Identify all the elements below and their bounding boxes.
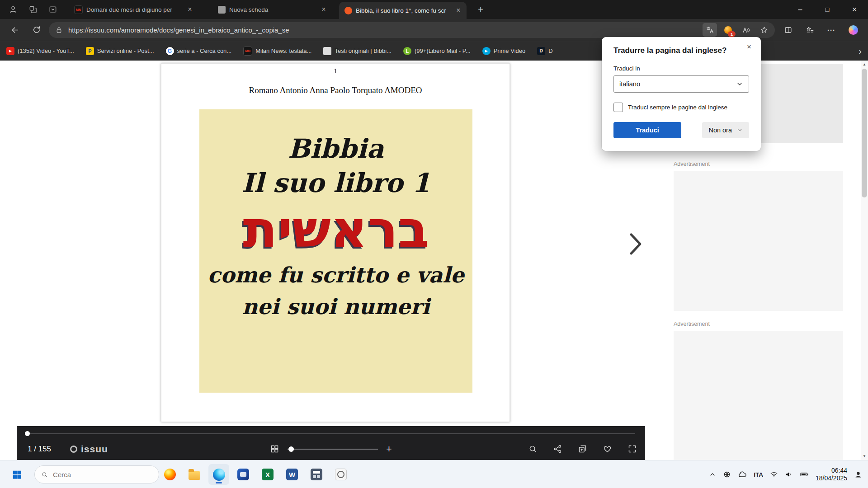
back-button[interactable]: [6, 21, 24, 38]
profile-icon[interactable]: [5, 2, 21, 17]
file-explorer-icon[interactable]: [184, 464, 205, 485]
dark-favicon: D: [537, 47, 545, 55]
tab-issuu-active[interactable]: Bibbia, il suo libro 1°, come fu scr ×: [339, 2, 467, 19]
window-controls: – □ ×: [787, 0, 868, 19]
close-tab-icon[interactable]: ×: [319, 5, 328, 14]
next-page-button[interactable]: [626, 230, 646, 258]
tab-actions-icon[interactable]: [45, 2, 61, 17]
workspaces-icon[interactable]: [25, 2, 41, 17]
edge-icon[interactable]: [208, 464, 229, 485]
favorite-google-search[interactable]: G serie a - Cerca con...: [166, 47, 232, 55]
split-screen-icon[interactable]: [779, 21, 797, 38]
word-icon[interactable]: W: [282, 464, 302, 485]
progress-bar[interactable]: [27, 433, 635, 434]
wifi-icon[interactable]: [770, 470, 778, 479]
favorite-label: (99+)Libero Mail - P...: [415, 47, 471, 54]
screen: MN Domani due mesi di digiuno per × Nuov…: [0, 0, 868, 488]
volume-icon[interactable]: [785, 470, 793, 479]
address-bar[interactable]: 1: [49, 22, 775, 38]
cover-title: Bibbia: [288, 134, 384, 164]
tab-title: Nuova scheda: [229, 6, 316, 13]
capture-tool-icon[interactable]: [330, 464, 351, 485]
tab-title: Bibbia, il suo libro 1°, come fu scr: [356, 7, 450, 14]
start-button[interactable]: [10, 468, 24, 481]
onedrive-cloud-icon[interactable]: [738, 470, 747, 479]
system-tray: ITA 06:44 18/04/2025: [709, 460, 863, 488]
scroll-down-icon[interactable]: ▼: [861, 454, 868, 458]
mail-app-icon[interactable]: [233, 464, 254, 485]
close-tab-icon[interactable]: ×: [185, 5, 194, 14]
scrollbar[interactable]: ▲ ▼: [861, 61, 868, 460]
prime-video-favicon: ▶: [482, 47, 491, 55]
ad-label: Advertisement: [674, 161, 710, 167]
calculator-icon[interactable]: [306, 464, 327, 485]
favorite-label: Servizi online - Post...: [97, 47, 154, 54]
tab-new-tab[interactable]: Nuova scheda ×: [212, 0, 332, 19]
favorite-libero-mail[interactable]: L (99+)Libero Mail - P...: [403, 47, 471, 55]
issuu-wordmark: issuu: [81, 444, 108, 455]
extension-icon[interactable]: 1: [721, 23, 735, 37]
book-cover: Bibbia Il suo libro 1 בראשית come fu scr…: [199, 109, 472, 393]
favorites-overflow-icon[interactable]: ›: [859, 41, 862, 61]
issuu-logo-mark: [70, 446, 77, 453]
maximize-button[interactable]: □: [814, 0, 841, 19]
translate-button[interactable]: Traduci: [613, 122, 681, 138]
favorite-testi-originali[interactable]: Testi originali | Bibbi...: [323, 47, 392, 55]
favorites-hub-icon[interactable]: [801, 21, 818, 38]
always-translate-checkbox[interactable]: [613, 103, 623, 112]
fullscreen-icon[interactable]: [627, 444, 637, 454]
close-window-button[interactable]: ×: [841, 0, 868, 19]
favorite-poste[interactable]: P Servizi online - Post...: [86, 47, 154, 55]
read-aloud-icon[interactable]: [739, 23, 753, 37]
close-icon[interactable]: ×: [743, 41, 755, 53]
favorite-label: serie a - Cerca con...: [177, 47, 232, 54]
share-icon[interactable]: [553, 444, 562, 454]
favorite-youtube[interactable]: ▶ (1352) Video - YouT...: [6, 47, 74, 55]
settings-menu-icon[interactable]: ···: [823, 21, 840, 38]
site-info-icon[interactable]: [55, 26, 63, 34]
network-globe-icon[interactable]: [723, 470, 731, 479]
favorite-prime-video[interactable]: ▶ Prime Video: [482, 47, 526, 55]
zoom-in-icon[interactable]: +: [386, 445, 392, 454]
favorite-milan-news[interactable]: MN Milan News: testata...: [243, 47, 311, 56]
like-heart-icon[interactable]: [603, 444, 612, 454]
refresh-button[interactable]: [28, 21, 45, 38]
issuu-favicon: [344, 7, 352, 14]
zoom-slider[interactable]: [288, 449, 378, 450]
ad-slot-2: [674, 331, 843, 460]
tab-milan-news[interactable]: MN Domani due mesi di digiuno per ×: [69, 0, 198, 19]
scroll-up-icon[interactable]: ▲: [861, 62, 868, 66]
new-tab-button[interactable]: +: [473, 2, 488, 17]
grid-view-icon[interactable]: [270, 444, 279, 454]
search-input[interactable]: [52, 470, 152, 479]
zoom-slider-handle[interactable]: [288, 446, 294, 452]
favorite-star-icon[interactable]: [757, 23, 771, 37]
excel-icon[interactable]: X: [257, 464, 278, 485]
translate-icon[interactable]: [703, 23, 717, 37]
close-tab-icon[interactable]: ×: [454, 6, 463, 15]
favorite-label: D: [548, 47, 552, 54]
copilot-icon[interactable]: [844, 21, 862, 38]
taskbar-clock[interactable]: 06:44 18/04/2025: [816, 467, 847, 482]
progress-handle[interactable]: [25, 431, 30, 436]
minimize-button[interactable]: –: [787, 0, 814, 19]
cover-hebrew-text: בראשית: [243, 202, 429, 257]
add-to-stack-icon[interactable]: [578, 444, 587, 454]
language-select[interactable]: italiano: [613, 75, 749, 93]
scrollbar-thumb[interactable]: [862, 69, 867, 197]
search-icon[interactable]: [528, 444, 538, 454]
not-now-button[interactable]: Non ora: [702, 122, 749, 138]
selected-language: italiano: [619, 80, 640, 88]
tray-chevron-up-icon[interactable]: [709, 471, 716, 478]
taskbar-search[interactable]: [34, 465, 159, 483]
url-input[interactable]: [67, 26, 699, 34]
favorite-dazn[interactable]: D D: [537, 47, 552, 55]
language-indicator[interactable]: ITA: [754, 471, 763, 478]
translate-popup: Tradurre la pagina dal inglese? × Traduc…: [602, 37, 761, 151]
blank-page-favicon: [218, 6, 226, 14]
page-counter: 1 / 155: [28, 445, 51, 454]
notification-person-icon[interactable]: [854, 470, 863, 479]
battery-icon[interactable]: [800, 470, 809, 479]
firefox-icon[interactable]: [160, 464, 180, 485]
issuu-logo[interactable]: issuu: [70, 444, 108, 455]
